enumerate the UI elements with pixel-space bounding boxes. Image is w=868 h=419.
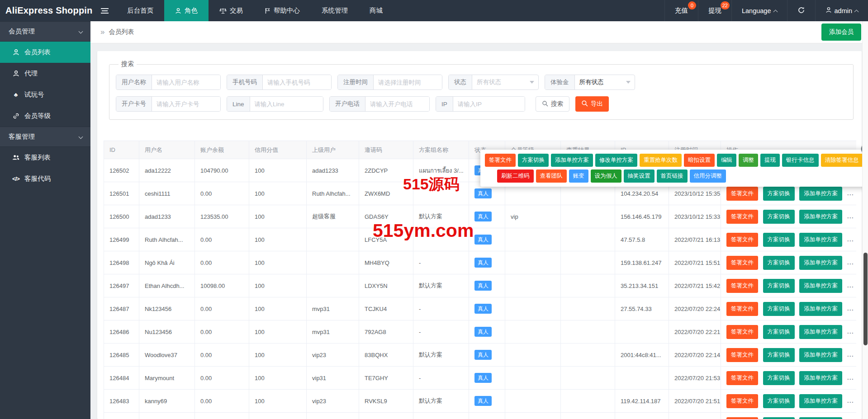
- sign-file-button[interactable]: 签署文件: [726, 348, 758, 362]
- sidebar-item-member-levels[interactable]: 会员等级: [0, 105, 90, 127]
- sidebar-item-trial-accounts[interactable]: ♣ 试玩号: [0, 84, 90, 105]
- refresh-button[interactable]: [787, 0, 815, 21]
- more-actions-link[interactable]: ...: [847, 190, 854, 197]
- popup-action-button[interactable]: 设为假人: [591, 169, 621, 183]
- add-member-button[interactable]: 添加会员: [821, 24, 861, 41]
- more-actions-link[interactable]: ...: [847, 236, 854, 243]
- sign-file-button[interactable]: 签署文件: [726, 256, 758, 270]
- popup-action-button[interactable]: 方案切换: [518, 154, 549, 167]
- popup-action-button[interactable]: 查看团队: [536, 169, 567, 183]
- nav-item-mall[interactable]: 商城: [359, 0, 394, 21]
- status-select[interactable]: 所有状态: [472, 75, 538, 89]
- sign-file-button[interactable]: 签署文件: [726, 371, 758, 385]
- username-input[interactable]: [152, 75, 220, 89]
- add-single-control-button[interactable]: 添加单控方案: [799, 279, 842, 293]
- add-single-control-button[interactable]: 添加单控方案: [799, 325, 842, 339]
- popup-action-button[interactable]: 清除签署信息: [821, 154, 863, 167]
- language-menu[interactable]: Language: [731, 0, 787, 21]
- popup-action-button[interactable]: 提现: [760, 154, 780, 167]
- add-single-control-button[interactable]: 添加单控方案: [799, 210, 842, 224]
- search-button[interactable]: 搜索: [536, 96, 569, 112]
- sign-file-button[interactable]: 签署文件: [726, 417, 758, 419]
- scheme-switch-button[interactable]: 方案切换: [763, 348, 795, 362]
- more-actions-link[interactable]: ...: [847, 305, 854, 312]
- sidebar-item-service-code[interactable]: </> 客服代码: [0, 168, 90, 189]
- nav-item-trade[interactable]: 交易: [209, 0, 254, 21]
- popup-action-button[interactable]: 添加单控方案: [551, 154, 593, 167]
- cell-reg-time: 2022/07/20 21:53: [669, 367, 721, 390]
- add-single-control-button[interactable]: 添加单控方案: [799, 302, 842, 316]
- popup-action-button[interactable]: 首页链接: [657, 169, 688, 183]
- add-single-control-button[interactable]: 添加单控方案: [799, 394, 842, 408]
- scheme-switch-button[interactable]: 方案切换: [763, 302, 795, 316]
- more-actions-link[interactable]: ...: [847, 351, 854, 358]
- more-actions-link[interactable]: ...: [847, 282, 854, 289]
- line-input[interactable]: [250, 97, 323, 111]
- more-actions-link[interactable]: ...: [847, 328, 854, 335]
- add-single-control-button[interactable]: 添加单控方案: [799, 187, 842, 201]
- sign-file-button[interactable]: 签署文件: [726, 325, 758, 339]
- more-actions-link[interactable]: ...: [847, 259, 854, 266]
- scheme-switch-button[interactable]: 方案切换: [763, 417, 795, 419]
- sidebar-group-member-management[interactable]: 会员管理: [0, 21, 90, 42]
- users-icon: [12, 155, 19, 160]
- nav-item-help-center[interactable]: 帮助中心: [254, 0, 311, 21]
- popup-action-button[interactable]: 调整: [739, 154, 758, 167]
- scheme-switch-button[interactable]: 方案切换: [763, 279, 795, 293]
- more-actions-link[interactable]: ...: [847, 374, 854, 381]
- add-single-control-button[interactable]: 添加单控方案: [799, 256, 842, 270]
- register-time-input[interactable]: [374, 75, 442, 89]
- add-single-control-button[interactable]: 添加单控方案: [799, 348, 842, 362]
- sign-file-button[interactable]: 签署文件: [726, 210, 758, 224]
- nav-item-roles[interactable]: 角色: [164, 0, 209, 21]
- cell-parent: vip23: [307, 344, 359, 367]
- scheme-switch-button[interactable]: 方案切换: [763, 233, 795, 247]
- scrollbar-thumb[interactable]: [863, 253, 868, 345]
- sign-file-button[interactable]: 签署文件: [726, 279, 758, 293]
- card-input[interactable]: [152, 97, 220, 111]
- cell-dup-check: [561, 274, 615, 297]
- more-actions-link[interactable]: ...: [847, 397, 854, 404]
- sign-file-button[interactable]: 签署文件: [726, 233, 758, 247]
- popup-action-button[interactable]: 抽奖设置: [624, 169, 655, 183]
- export-button[interactable]: 导出: [575, 96, 609, 112]
- sidebar-group-service-management[interactable]: 客服管理: [0, 127, 90, 147]
- add-single-control-button[interactable]: 添加单控方案: [799, 371, 842, 385]
- withdraw-button[interactable]: 提现 22: [698, 0, 731, 21]
- ip-input[interactable]: [453, 97, 525, 111]
- scheme-switch-button[interactable]: 方案切换: [763, 210, 795, 224]
- trial-select[interactable]: 所有状态: [575, 75, 635, 89]
- admin-menu[interactable]: admin: [815, 0, 868, 21]
- phone-input[interactable]: [263, 75, 331, 89]
- sidebar-item-agents[interactable]: 代理: [0, 63, 90, 84]
- popup-action-button[interactable]: 银行卡信息: [782, 154, 819, 167]
- recharge-button[interactable]: 充值 0: [664, 0, 698, 21]
- add-single-control-button[interactable]: 添加单控方案: [799, 233, 842, 247]
- popup-action-button[interactable]: 重置抢单次数: [640, 154, 682, 167]
- popup-action-button[interactable]: 账变: [569, 169, 588, 183]
- cell-balance: 104790.00: [195, 159, 249, 182]
- popup-action-button[interactable]: 编辑: [717, 154, 736, 167]
- more-actions-link[interactable]: ...: [847, 213, 854, 220]
- sign-file-button[interactable]: 签署文件: [726, 187, 758, 201]
- popup-action-button[interactable]: 修改单控方案: [595, 154, 637, 167]
- popup-action-button[interactable]: 暗扣设置: [684, 154, 715, 167]
- scheme-switch-button[interactable]: 方案切换: [763, 325, 795, 339]
- sidebar-toggle-icon[interactable]: [93, 0, 116, 21]
- cell-credit: 100: [249, 274, 307, 297]
- sign-file-button[interactable]: 签署文件: [726, 302, 758, 316]
- popup-action-button[interactable]: 信用分调整: [690, 169, 726, 183]
- open-phone-input[interactable]: [365, 97, 429, 111]
- sign-file-button[interactable]: 签署文件: [726, 394, 758, 408]
- scheme-switch-button[interactable]: 方案切换: [763, 371, 795, 385]
- scheme-switch-button[interactable]: 方案切换: [763, 394, 795, 408]
- popup-action-button[interactable]: 签署文件: [485, 154, 516, 167]
- scheme-switch-button[interactable]: 方案切换: [763, 187, 795, 201]
- nav-item-dashboard[interactable]: 后台首页: [116, 0, 164, 21]
- sidebar-item-service-list[interactable]: 客服列表: [0, 147, 90, 168]
- scheme-switch-button[interactable]: 方案切换: [763, 256, 795, 270]
- add-single-control-button[interactable]: 添加单控方案: [799, 417, 842, 419]
- sidebar-item-member-list[interactable]: 会员列表: [0, 42, 90, 63]
- popup-action-button[interactable]: 刷新二维码: [497, 169, 534, 183]
- nav-item-system[interactable]: 系统管理: [311, 0, 359, 21]
